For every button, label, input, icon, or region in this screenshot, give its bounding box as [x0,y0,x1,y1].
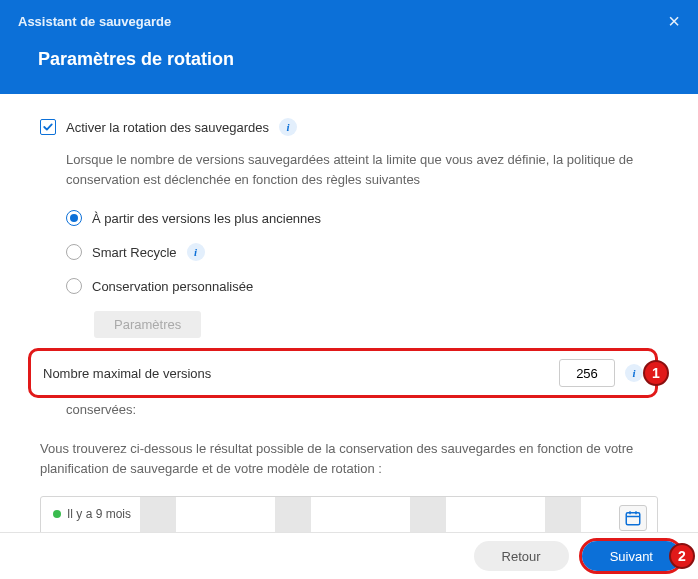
rotation-description: Lorsque le nombre de versions sauvegardé… [66,150,658,190]
policy-radio-smart[interactable] [66,244,82,260]
content-area: Activer la rotation des sauvegardes i Lo… [0,94,698,532]
info-icon[interactable]: i [187,243,205,261]
timeline-start-dot-icon [53,510,61,518]
max-versions-input[interactable] [559,359,615,387]
conserved-suffix: conservées: [66,402,658,417]
policy-radio-oldest-label: À partir des versions les plus anciennes [92,211,321,226]
page-title: Paramètres de rotation [0,33,698,92]
policy-radio-custom-label: Conservation personnalisée [92,279,253,294]
max-versions-label: Nombre maximal de versions [43,366,211,381]
custom-settings-button: Paramètres [94,311,201,338]
calendar-icon[interactable] [619,505,647,531]
wizard-header: Assistant de sauvegarde × Paramètres de … [0,0,698,94]
max-versions-row: Nombre maximal de versions i 1 [28,348,658,398]
check-icon [42,121,54,133]
result-intro-text: Vous trouverez ci-dessous le résultat po… [40,439,658,479]
enable-rotation-checkbox[interactable] [40,119,56,135]
svg-rect-0 [626,512,640,524]
back-button[interactable]: Retour [474,541,569,571]
wizard-subtitle: Assistant de sauvegarde [18,14,171,29]
info-icon[interactable]: i [625,364,643,382]
retention-timeline: Il y a 9 mois ‖ [40,496,658,532]
policy-radio-group: À partir des versions les plus anciennes… [66,210,658,348]
callout-badge-1: 1 [643,360,669,386]
policy-radio-smart-label: Smart Recycle [92,245,177,260]
timeline-marker-label: Il y a 9 mois [67,507,131,521]
wizard-footer: Retour Suivant 2 [0,532,698,579]
policy-radio-custom[interactable] [66,278,82,294]
next-button-highlight: Suivant 2 [579,538,684,574]
next-button[interactable]: Suivant [582,541,681,571]
info-icon[interactable]: i [279,118,297,136]
close-icon[interactable]: × [668,10,680,33]
policy-radio-oldest[interactable] [66,210,82,226]
callout-badge-2: 2 [669,543,695,569]
enable-rotation-label: Activer la rotation des sauvegardes [66,120,269,135]
